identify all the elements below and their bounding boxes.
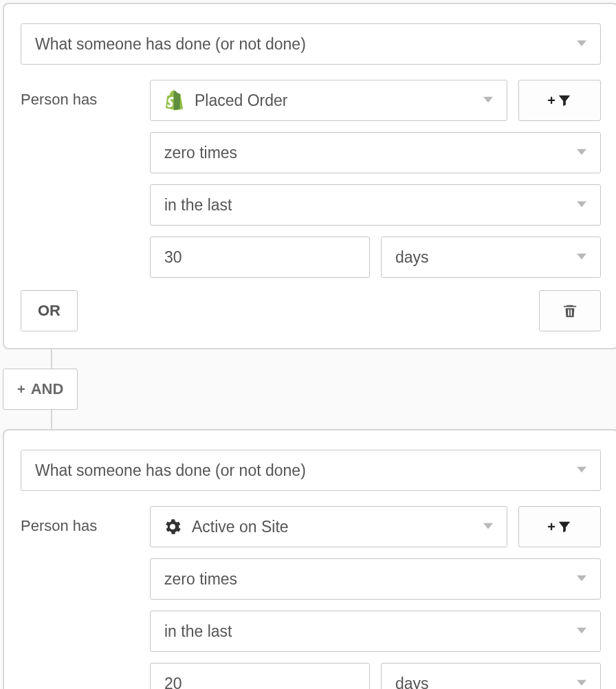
- trash-icon: [562, 303, 578, 319]
- unit-select[interactable]: days: [381, 663, 601, 689]
- or-label: OR: [38, 302, 60, 320]
- chevron-down-icon: [577, 147, 586, 159]
- gear-icon: [164, 518, 181, 535]
- condition-type-select[interactable]: What someone has done (or not done): [21, 450, 601, 491]
- person-has-label: Person has: [21, 80, 138, 109]
- filter-icon: [557, 519, 572, 534]
- number-input[interactable]: 20: [150, 663, 370, 689]
- add-filter-button[interactable]: +: [518, 80, 601, 121]
- plus-icon: +: [547, 93, 556, 109]
- timeframe-select[interactable]: in the last: [150, 611, 601, 652]
- condition-group: What someone has done (or not done) Pers…: [3, 429, 616, 689]
- chevron-down-icon: [577, 252, 586, 263]
- or-button[interactable]: OR: [21, 290, 78, 331]
- chevron-down-icon: [577, 678, 586, 690]
- timeframe-label: in the last: [164, 622, 232, 641]
- chevron-down-icon: [577, 199, 586, 211]
- delete-button[interactable]: [539, 290, 601, 331]
- shopify-icon: [164, 90, 184, 111]
- chevron-down-icon: [483, 95, 493, 107]
- unit-label: days: [395, 248, 429, 267]
- timeframe-label: in the last: [164, 196, 232, 215]
- number-value: 20: [164, 675, 182, 690]
- and-label: AND: [31, 380, 64, 398]
- metric-label: Placed Order: [195, 91, 288, 110]
- plus-icon: +: [17, 382, 25, 397]
- chevron-down-icon: [577, 626, 586, 637]
- frequency-label: zero times: [164, 570, 237, 589]
- chevron-down-icon: [577, 573, 586, 585]
- add-filter-button[interactable]: +: [518, 506, 601, 547]
- condition-type-label: What someone has done (or not done): [35, 461, 306, 480]
- condition-group: What someone has done (or not done) Pers…: [3, 3, 616, 349]
- connector-line: [51, 349, 52, 369]
- condition-type-select[interactable]: What someone has done (or not done): [21, 23, 601, 65]
- person-has-label: Person has: [21, 506, 138, 535]
- chevron-down-icon: [577, 465, 586, 477]
- unit-select[interactable]: days: [381, 237, 601, 278]
- chevron-down-icon: [483, 521, 493, 533]
- condition-type-label: What someone has done (or not done): [35, 35, 306, 54]
- metric-select[interactable]: Active on Site: [150, 506, 507, 547]
- timeframe-select[interactable]: in the last: [150, 184, 601, 226]
- and-button[interactable]: + AND: [3, 369, 78, 410]
- unit-label: days: [395, 675, 429, 690]
- plus-icon: +: [547, 519, 556, 535]
- filter-icon: [557, 93, 572, 108]
- frequency-select[interactable]: zero times: [150, 132, 601, 173]
- frequency-label: zero times: [164, 144, 237, 162]
- connector-line: [51, 410, 52, 429]
- metric-select[interactable]: Placed Order: [150, 80, 507, 121]
- metric-label: Active on Site: [192, 518, 289, 536]
- chevron-down-icon: [577, 39, 586, 50]
- number-value: 30: [164, 248, 182, 267]
- frequency-select[interactable]: zero times: [150, 558, 601, 600]
- number-input[interactable]: 30: [150, 237, 370, 278]
